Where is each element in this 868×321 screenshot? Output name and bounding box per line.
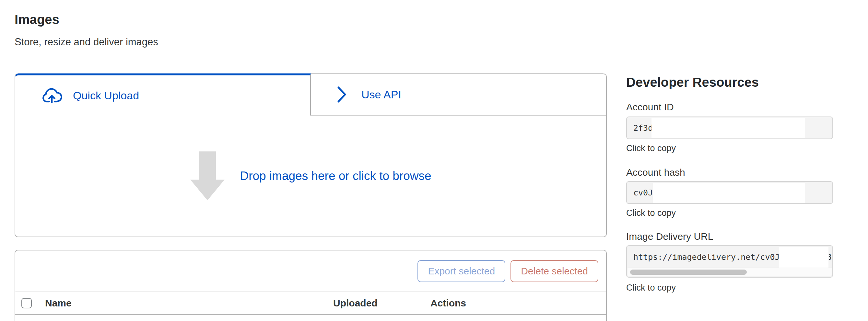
list-toolbar: Export selected Delete selected — [15, 250, 606, 292]
column-header-actions: Actions — [430, 298, 466, 309]
image-delivery-url-field[interactable]: https://imagedelivery.net/cv0JSj 3 — [626, 245, 833, 278]
tab-use-api[interactable]: Use API — [311, 73, 606, 115]
page-title: Images — [14, 12, 59, 27]
tab-quick-upload-label: Quick Upload — [73, 89, 139, 102]
account-hash-redaction — [653, 183, 805, 203]
image-delivery-url-value: https://imagedelivery.net/cv0JSj — [633, 252, 789, 262]
account-id-redaction — [651, 118, 805, 138]
image-delivery-url-redaction — [779, 247, 829, 268]
account-hash-field[interactable]: cv0J — [626, 181, 833, 204]
table-header-row: Name Uploaded Actions — [15, 292, 606, 315]
tabs-row: Quick Upload Use API — [15, 73, 606, 115]
image-list-panel: Export selected Delete selected Name Upl… — [14, 250, 607, 321]
account-id-label: Account ID — [626, 102, 674, 113]
tab-use-api-label: Use API — [362, 88, 401, 101]
account-id-copy-hint: Click to copy — [626, 143, 676, 153]
horizontal-scrollbar-thumb[interactable] — [630, 270, 747, 275]
upload-panel: Quick Upload Use API Drop images here or… — [14, 73, 607, 237]
column-header-name: Name — [45, 298, 333, 309]
image-delivery-url-clipped-char: 3 — [829, 252, 832, 262]
account-hash-value: cv0J — [633, 188, 653, 198]
export-selected-button[interactable]: Export selected — [417, 260, 505, 282]
image-delivery-url-copy-hint: Click to copy — [626, 283, 676, 293]
account-id-field[interactable]: 2f3d — [626, 116, 833, 139]
account-hash-copy-hint: Click to copy — [626, 208, 676, 218]
delete-selected-button[interactable]: Delete selected — [510, 260, 598, 282]
chevron-right-icon — [337, 85, 347, 104]
account-id-value: 2f3d — [633, 123, 653, 133]
select-all-checkbox[interactable] — [21, 298, 32, 308]
images-page: Images Store, resize and deliver images … — [0, 0, 868, 321]
dropzone[interactable]: Drop images here or click to browse — [15, 115, 606, 237]
tab-quick-upload[interactable]: Quick Upload — [15, 73, 311, 115]
dropzone-label: Drop images here or click to browse — [240, 169, 431, 183]
image-delivery-url-label: Image Delivery URL — [626, 231, 713, 242]
cloud-upload-icon — [41, 88, 63, 103]
account-hash-label: Account hash — [626, 167, 685, 178]
developer-resources-heading: Developer Resources — [626, 75, 759, 90]
horizontal-scrollbar-track — [627, 268, 832, 276]
column-header-uploaded: Uploaded — [333, 298, 430, 309]
arrow-down-icon — [190, 151, 225, 201]
page-subtitle: Store, resize and deliver images — [14, 36, 158, 48]
